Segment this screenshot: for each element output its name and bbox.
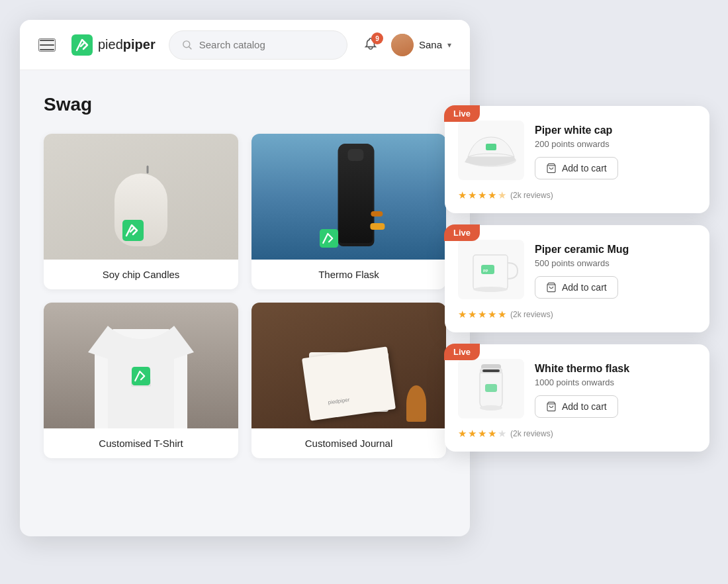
svg-rect-4 [320, 229, 338, 248]
add-to-cart-button-thermos[interactable]: Add to cart [535, 395, 618, 418]
product-card-flask[interactable]: Thermo Flask [251, 134, 446, 289]
product-label-flask: Thermo Flask [251, 260, 446, 289]
swag-item-cap: Live Piper white cap 200 points onwards [445, 106, 709, 213]
swag-item-points-thermos: 1000 points onwards [535, 377, 696, 387]
svg-line-2 [189, 47, 191, 49]
header: piedpiper 9 Sana ▾ [20, 20, 470, 70]
swag-item-points-cap: 200 points onwards [535, 139, 696, 149]
product-label-candle: Soy chip Candles [44, 260, 238, 289]
product-card-candle[interactable]: Soy chip Candles [44, 134, 238, 289]
user-name: Sana [419, 39, 442, 50]
swag-item-name-cap: Piper white cap [535, 124, 696, 136]
swag-item-rating-thermos: ★ ★ ★ ★ ★ (2k reviews) [458, 428, 696, 440]
cart-icon [546, 163, 557, 173]
notification-badge: 9 [371, 32, 383, 44]
swag-item-name-thermos: White thermo flask [535, 363, 696, 375]
svg-point-12 [473, 287, 508, 292]
product-thumb-thermos [458, 359, 524, 418]
svg-rect-6 [132, 367, 150, 385]
swag-item-rating-cap: ★ ★ ★ ★ ★ (2k reviews) [458, 189, 696, 201]
svg-rect-3 [122, 220, 144, 241]
svg-rect-19 [485, 384, 497, 392]
swag-item-info-thermos: White thermo flask 1000 points onwards A… [535, 359, 696, 418]
product-thumb-cap [458, 121, 524, 180]
page-title: Swag [44, 94, 446, 115]
add-to-cart-button-cap[interactable]: Add to cart [535, 157, 618, 179]
logo[interactable]: piedpiper [71, 34, 156, 56]
product-image-journal: piedpiper [251, 303, 446, 428]
svg-text:pp: pp [483, 268, 488, 272]
product-label-tshirt: Customised T-Shirt [44, 428, 238, 458]
swag-item-thermos: Live White thermo flask 1000 points onwa… [445, 344, 709, 452]
main-content: Swag Soy chip Candles [20, 70, 470, 482]
stars-thermos: ★ ★ ★ ★ ★ [458, 428, 506, 440]
svg-rect-9 [486, 144, 496, 150]
product-image-tshirt [44, 303, 238, 428]
add-to-cart-button-mug[interactable]: Add to cart [535, 276, 618, 299]
cart-icon-mug [546, 282, 557, 293]
product-grid: Soy chip Candles Thermo Flask [44, 134, 446, 458]
main-window: piedpiper 9 Sana ▾ [20, 20, 470, 536]
swag-item-info-cap: Piper white cap 200 points onwards Add t… [535, 121, 696, 179]
add-to-cart-label-cap: Add to cart [562, 163, 607, 173]
swag-item-info-mug: Piper ceramic Mug 500 points onwards Add… [535, 240, 696, 299]
logo-icon [71, 34, 93, 56]
logo-text: piedpiper [98, 37, 156, 52]
live-badge-cap: Live [444, 105, 480, 122]
search-bar[interactable] [169, 30, 347, 60]
card-panel: Live Piper white cap 200 points onwards [445, 106, 709, 463]
stars-mug: ★ ★ ★ ★ ★ [458, 309, 506, 320]
product-label-journal: Customised Journal [251, 428, 446, 458]
svg-text:piedpiper: piedpiper [328, 397, 350, 406]
cart-icon-thermos [546, 401, 557, 412]
stars-cap: ★ ★ ★ ★ ★ [458, 189, 506, 201]
rating-text-mug: (2k reviews) [510, 310, 553, 319]
swag-item-points-mug: 500 points onwards [535, 258, 696, 268]
rating-text-thermos: (2k reviews) [510, 429, 553, 438]
live-badge-mug: Live [444, 224, 480, 241]
swag-item-rating-mug: ★ ★ ★ ★ ★ (2k reviews) [458, 309, 696, 320]
product-card-tshirt[interactable]: Customised T-Shirt [44, 303, 238, 458]
user-menu-button[interactable]: Sana ▾ [391, 34, 451, 56]
avatar [391, 34, 414, 56]
add-to-cart-label-mug: Add to cart [562, 282, 607, 293]
search-icon [181, 39, 193, 50]
rating-text-cap: (2k reviews) [510, 191, 553, 200]
menu-button[interactable] [38, 38, 56, 52]
product-image-candle [44, 134, 238, 260]
add-to-cart-label-thermos: Add to cart [562, 401, 607, 412]
product-image-flask [251, 134, 446, 260]
notification-button[interactable]: 9 [361, 34, 381, 56]
svg-point-18 [480, 405, 502, 411]
swag-item-mug: Live pp Piper ceramic Mug 500 points onw… [445, 225, 709, 332]
swag-item-name-mug: Piper ceramic Mug [535, 244, 696, 256]
svg-rect-21 [482, 369, 500, 372]
search-input[interactable] [199, 39, 335, 50]
chevron-down-icon: ▾ [447, 40, 451, 50]
header-right: 9 Sana ▾ [361, 34, 451, 56]
live-badge-thermos: Live [444, 344, 480, 360]
product-thumb-mug: pp [458, 240, 524, 299]
product-card-journal[interactable]: piedpiper Customised Journal [251, 303, 446, 458]
